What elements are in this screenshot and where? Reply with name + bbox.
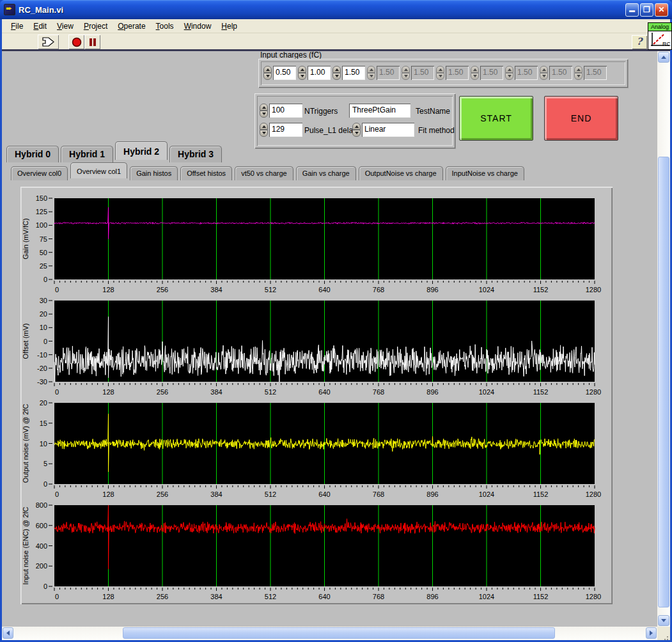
- scroll-right-button[interactable]: [646, 627, 657, 639]
- input-charge-4[interactable]: 1.50: [402, 66, 434, 80]
- input-charge-3[interactable]: 1.50: [367, 66, 400, 80]
- tab-hybrid-3[interactable]: Hybrid 3: [169, 146, 222, 162]
- chevron-down-icon: [661, 619, 666, 622]
- menu-view[interactable]: View: [52, 20, 79, 33]
- svg-text:1152: 1152: [533, 388, 549, 396]
- input-charge-1[interactable]: 1.00: [298, 66, 331, 80]
- menu-help[interactable]: Help: [216, 20, 242, 33]
- tab-overview-col1[interactable]: Overview col1: [70, 162, 127, 178]
- vi-icon[interactable]: Analog RC: [648, 22, 672, 50]
- increment-decrement-icon[interactable]: [332, 66, 341, 80]
- abort-button[interactable]: [68, 35, 84, 49]
- input-charge-6[interactable]: 1.50: [471, 66, 503, 80]
- svg-text:896: 896: [426, 490, 438, 498]
- ntriggers-field[interactable]: 100: [269, 104, 302, 118]
- resize-grip[interactable]: [657, 627, 670, 640]
- charge-value-field[interactable]: 0.50: [273, 66, 296, 80]
- title-bar[interactable]: RC_Main.vi ▬ ❐ ✕: [0, 0, 672, 19]
- minimize-button[interactable]: ▬: [625, 3, 639, 17]
- input-charge-8[interactable]: 1.50: [540, 66, 572, 80]
- pause-button[interactable]: [84, 35, 100, 49]
- close-button[interactable]: ✕: [655, 3, 668, 17]
- svg-text:384: 384: [210, 286, 222, 294]
- input-charge-0[interactable]: 0.50: [263, 66, 296, 80]
- tab-overview-col0[interactable]: Overview col0: [11, 166, 68, 180]
- input-charges-label: Input charges (fC): [260, 51, 322, 59]
- increment-decrement-icon[interactable]: [298, 66, 306, 80]
- increment-decrement-icon[interactable]: [260, 123, 268, 137]
- menu-operate[interactable]: Operate: [113, 20, 150, 33]
- tab-offset-histos[interactable]: Offset histos: [180, 166, 232, 180]
- svg-text:1152: 1152: [533, 286, 549, 294]
- input-charge-7[interactable]: 1.50: [505, 66, 538, 80]
- run-button[interactable]: [38, 35, 59, 49]
- svg-text:75: 75: [40, 235, 47, 243]
- menu-window[interactable]: Window: [179, 20, 217, 33]
- window-title: RC_Main.vi: [19, 5, 625, 15]
- scroll-up-button[interactable]: [658, 52, 669, 63]
- svg-text:1024: 1024: [479, 593, 494, 600]
- menu-file[interactable]: File: [6, 20, 28, 33]
- tab-inputnoise-vs-charge[interactable]: InputNoise vs charge: [446, 166, 524, 180]
- tab-outputnoise-vs-charge[interactable]: OutputNoise vs charge: [359, 166, 443, 180]
- vertical-scrollbar[interactable]: [657, 51, 670, 627]
- ntriggers-control[interactable]: 100: [260, 104, 302, 118]
- increment-decrement-icon[interactable]: [263, 66, 272, 80]
- input-charge-2[interactable]: 1.50: [332, 66, 365, 80]
- tab-hybrid-1[interactable]: Hybrid 1: [61, 146, 113, 162]
- increment-decrement-icon[interactable]: [352, 123, 361, 137]
- input-charge-5[interactable]: 1.50: [436, 66, 469, 80]
- tab-gain-vs-charge[interactable]: Gain vs charge: [296, 166, 356, 180]
- charge-value-field[interactable]: 1.00: [308, 66, 331, 80]
- svg-text:1024: 1024: [479, 388, 494, 396]
- charge-value-field: 1.50: [480, 66, 503, 80]
- charge-value-field[interactable]: 1.50: [342, 66, 365, 80]
- charge-value-field: 1.50: [584, 66, 607, 80]
- svg-text:512: 512: [265, 388, 276, 396]
- svg-text:896: 896: [426, 286, 438, 294]
- vertical-scroll-thumb[interactable]: [658, 157, 669, 607]
- input-noise-y-axis-label: Input noise (ENC) @ 2fC: [22, 507, 29, 585]
- horizontal-scrollbar[interactable]: [2, 627, 657, 640]
- svg-text:200: 200: [36, 562, 47, 570]
- tab-vt50-vs-charge[interactable]: vt50 vs charge: [235, 166, 293, 180]
- svg-text:0: 0: [43, 276, 47, 283]
- svg-text:256: 256: [157, 286, 168, 294]
- svg-text:150: 150: [36, 194, 47, 202]
- svg-text:256: 256: [157, 490, 168, 498]
- menu-project[interactable]: Project: [79, 20, 113, 33]
- menu-tools[interactable]: Tools: [151, 20, 179, 33]
- scroll-down-button[interactable]: [658, 615, 669, 626]
- menu-edit[interactable]: Edit: [28, 20, 52, 33]
- increment-decrement-icon[interactable]: [260, 104, 268, 118]
- start-button[interactable]: START: [459, 96, 533, 141]
- charts-panel: 0255075100125150012825638451264076889610…: [20, 187, 613, 604]
- svg-text:384: 384: [210, 593, 222, 600]
- testname-field[interactable]: ThreePtGain: [349, 104, 410, 118]
- pause-icon: [89, 38, 97, 47]
- help-button[interactable]: ?: [632, 35, 647, 49]
- scroll-left-button[interactable]: [3, 627, 13, 639]
- charge-value-field: 1.50: [515, 66, 538, 80]
- tab-hybrid-0[interactable]: Hybrid 0: [6, 146, 59, 162]
- tab-gain-histos[interactable]: Gain histos: [130, 166, 178, 180]
- charge-value-field: 1.50: [377, 66, 400, 80]
- charge-value-field: 1.50: [549, 66, 572, 80]
- end-button[interactable]: END: [544, 96, 618, 141]
- fit-method-field[interactable]: Linear: [362, 123, 414, 137]
- maximize-button[interactable]: ❐: [640, 3, 653, 17]
- horizontal-scroll-thumb[interactable]: [123, 627, 555, 639]
- svg-text:1024: 1024: [479, 490, 494, 498]
- pulse-delay-field[interactable]: 129: [269, 123, 302, 137]
- tab-hybrid-2[interactable]: Hybrid 2: [115, 141, 168, 160]
- fit-method-control[interactable]: Linear: [352, 123, 414, 137]
- svg-text:128: 128: [102, 286, 114, 294]
- svg-text:512: 512: [265, 490, 276, 498]
- svg-text:896: 896: [426, 593, 438, 600]
- input-charge-9[interactable]: 1.50: [574, 66, 607, 80]
- pulse-delay-control[interactable]: 129: [260, 123, 302, 137]
- chevron-up-icon: [661, 56, 666, 59]
- svg-text:768: 768: [373, 286, 384, 294]
- increment-decrement-icon: [471, 66, 479, 80]
- svg-text:5: 5: [43, 460, 47, 467]
